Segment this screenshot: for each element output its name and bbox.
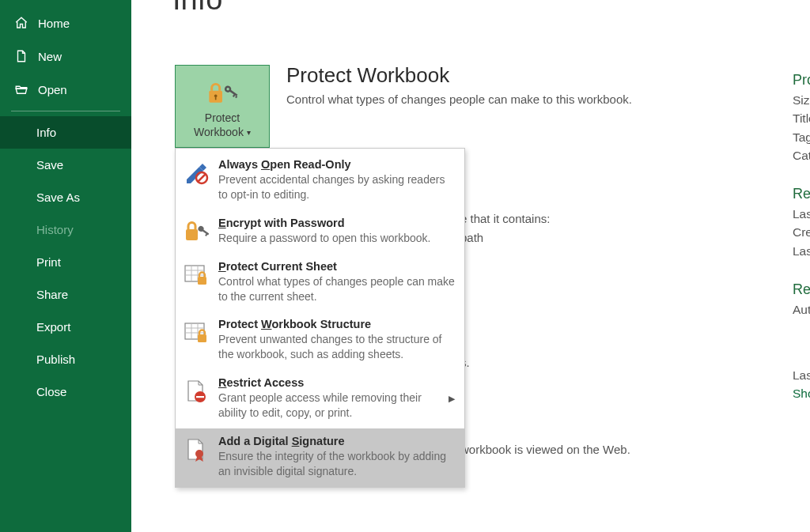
lock-key-icon	[184, 219, 209, 244]
lock-key-icon	[206, 81, 238, 105]
sidebar-label: Publish	[36, 353, 75, 366]
menu-item-protect-structure[interactable]: Protect Workbook Structure Prevent unwan…	[176, 311, 464, 370]
properties-heading: Properties	[793, 70, 810, 91]
sidebar-item-info[interactable]: Info	[0, 116, 131, 149]
bg-text-fragment: e that it contains:	[460, 212, 550, 225]
menu-item-desc: Grant people access while removing their…	[218, 391, 439, 421]
sidebar-divider	[11, 111, 120, 111]
sheet-lock-icon	[184, 320, 209, 345]
protect-workbook-button[interactable]: Protect Workbook▾	[175, 65, 270, 148]
protect-workbook-menu: Always Open Read-Only Prevent accidental…	[175, 148, 465, 488]
sidebar-item-save-as[interactable]: Save As	[0, 181, 131, 213]
property-row: Author	[793, 300, 810, 319]
svg-rect-27	[196, 396, 204, 398]
sidebar-label: Print	[36, 255, 61, 269]
sidebar-label: New	[38, 50, 62, 63]
protect-heading: Protect Workbook	[286, 63, 632, 88]
sidebar-item-print[interactable]: Print	[0, 246, 131, 278]
menu-item-desc: Ensure the integrity of the workbook by …	[218, 449, 456, 479]
sidebar-label: History	[36, 223, 74, 236]
menu-item-digital-signature[interactable]: Add a Digital Signature Ensure the integ…	[176, 428, 464, 487]
bg-text-fragment: workbook is viewed on the Web.	[460, 443, 630, 456]
svg-rect-25	[198, 334, 206, 342]
sidebar-item-close[interactable]: Close	[0, 375, 131, 408]
property-row: Last Modified	[793, 205, 810, 223]
sidebar-item-save[interactable]: Save	[0, 149, 131, 181]
menu-item-desc: Require a password to open this workbook…	[218, 231, 456, 246]
properties-heading: Related Dates	[793, 183, 810, 205]
protect-section-header: Protect Workbook Control what types of c…	[286, 63, 632, 106]
chevron-down-icon: ▾	[247, 128, 251, 138]
open-folder-icon	[14, 82, 28, 96]
protect-button-line1: Protect	[205, 111, 240, 126]
svg-rect-10	[186, 229, 198, 240]
menu-item-title: Protect Current Sheet	[218, 260, 456, 273]
property-row: Categories	[793, 146, 810, 164]
show-all-properties-link[interactable]: Show All Properties	[793, 384, 810, 402]
sheet-lock-icon	[184, 262, 209, 288]
menu-item-title: Protect Workbook Structure	[218, 318, 456, 330]
menu-item-encrypt-password[interactable]: Encrypt with Password Require a password…	[176, 210, 464, 254]
property-row: Last Modified By	[793, 366, 810, 384]
file-prohibit-icon	[184, 379, 209, 404]
svg-rect-2	[215, 96, 217, 100]
sidebar-item-publish[interactable]: Publish	[0, 343, 131, 375]
menu-item-desc: Control what types of changes people can…	[218, 274, 456, 304]
sidebar-label: Save As	[36, 191, 80, 204]
sidebar-label: Open	[38, 83, 67, 96]
menu-item-title: Restrict Access	[218, 376, 439, 389]
property-row: Title	[793, 109, 810, 127]
file-ribbon-icon	[184, 437, 209, 462]
menu-item-open-read-only[interactable]: Always Open Read-Only Prevent accidental…	[176, 152, 464, 210]
sidebar-label: Info	[36, 126, 56, 139]
submenu-arrow-icon: ▶	[449, 394, 456, 404]
menu-item-protect-sheet[interactable]: Protect Current Sheet Control what types…	[176, 254, 464, 312]
sidebar-item-share[interactable]: Share	[0, 278, 131, 311]
menu-item-restrict-access[interactable]: Restrict Access Grant people access whil…	[176, 370, 464, 428]
sidebar-label: Export	[36, 320, 70, 334]
property-row: Created	[793, 223, 810, 241]
menu-item-title: Always Open Read-Only	[218, 158, 456, 171]
svg-point-28	[195, 450, 203, 458]
main-pane: Info Protect Workbook▾ Protect Workbook …	[131, 0, 810, 532]
new-file-icon	[14, 49, 28, 63]
properties-panel: Properties Size Title Tags Categories Re…	[793, 70, 810, 403]
backstage-sidebar: Home New Open Info Save Save As History …	[0, 0, 131, 532]
svg-rect-7	[235, 96, 237, 98]
sidebar-label: Save	[36, 158, 63, 172]
property-row: Tags	[793, 128, 810, 146]
sidebar-item-open[interactable]: Open	[0, 73, 131, 106]
sidebar-label: Close	[36, 385, 66, 398]
page-title: Info	[172, 0, 222, 17]
sidebar-item-home[interactable]: Home	[0, 6, 131, 40]
sidebar-label: Home	[38, 17, 70, 30]
protect-button-line2: Workbook▾	[194, 126, 251, 140]
sidebar-item-new[interactable]: New	[0, 40, 131, 73]
protect-description: Control what types of changes people can…	[286, 92, 632, 106]
sidebar-item-history: History	[0, 213, 131, 246]
sidebar-label: Share	[36, 288, 68, 301]
menu-item-title: Add a Digital Signature	[218, 435, 456, 447]
svg-rect-19	[198, 277, 206, 285]
properties-heading: Related People	[793, 279, 810, 300]
menu-item-title: Encrypt with Password	[218, 217, 456, 229]
property-row: Last Printed	[793, 242, 810, 260]
property-row: Size	[793, 91, 810, 109]
menu-item-desc: Prevent unwanted changes to the structur…	[218, 332, 456, 362]
pencil-prohibit-icon	[184, 160, 209, 186]
menu-item-desc: Prevent accidental changes by asking rea…	[218, 172, 456, 202]
home-icon	[14, 16, 28, 30]
sidebar-item-export[interactable]: Export	[0, 311, 131, 343]
svg-rect-12	[202, 229, 209, 236]
